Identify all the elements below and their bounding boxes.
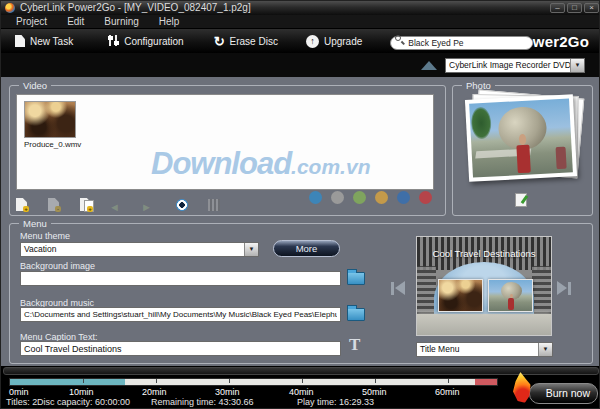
background-music-field[interactable] <box>20 307 341 322</box>
menu-preview[interactable]: Cool Travel Destinations <box>416 236 552 336</box>
upgrade-button[interactable]: ↑ Upgrade <box>306 35 362 48</box>
move-left-button[interactable]: ◄ <box>109 197 129 213</box>
menu-view-select[interactable]: Title Menu ▼ <box>416 342 553 357</box>
text-tool-icon[interactable]: T <box>349 335 360 355</box>
edit-video-button[interactable]: + <box>77 197 97 213</box>
recorder-value: CyberLink Image Recorder DVD5 (4483MB) <box>446 59 570 72</box>
divider <box>3 367 599 375</box>
new-task-button[interactable]: New Task <box>15 35 73 47</box>
power2go-window: CyberLink Power2Go - [MY_VIDEO_082407_1.… <box>0 0 600 409</box>
eject-icon[interactable] <box>421 61 437 70</box>
capacity-bar <box>9 378 498 386</box>
menu-burning[interactable]: Burning <box>95 16 147 27</box>
tick-60min: 60min <box>435 387 460 397</box>
menu-help[interactable]: Help <box>150 16 189 27</box>
window-title: CyberLink Power2Go - [MY_VIDEO_082407_1.… <box>20 1 251 15</box>
preview-menu-title: Cool Travel Destinations <box>417 248 551 259</box>
browse-music-folder-icon[interactable] <box>347 308 365 321</box>
remove-video-button[interactable]: - <box>45 197 65 213</box>
menu-section-title: Menu <box>19 218 51 229</box>
chevron-down-icon[interactable]: ▼ <box>244 243 258 256</box>
chevron-down-icon[interactable]: ▼ <box>570 59 584 72</box>
more-button[interactable]: More <box>273 240 340 257</box>
new-task-label: New Task <box>30 36 73 47</box>
video-clip-name: Produce_0.wmv <box>24 140 81 149</box>
previous-icon <box>391 282 394 295</box>
capacity-free <box>125 379 475 385</box>
dot-icon <box>309 191 322 204</box>
preview-icon <box>176 199 188 211</box>
menu-project[interactable]: Project <box>7 16 56 27</box>
menu-theme-select[interactable]: Vacation ▼ <box>20 242 259 257</box>
preview-photo-thumb[interactable] <box>488 279 533 312</box>
burn-now-button[interactable]: Burn now <box>529 383 598 404</box>
chevron-down-icon[interactable]: ▼ <box>538 343 552 356</box>
dot-icon <box>397 191 410 204</box>
search-box <box>390 32 533 50</box>
titles-count: Titles: 2 <box>6 397 37 407</box>
dot-icon <box>375 191 388 204</box>
tick-50min: 50min <box>362 387 387 397</box>
minimize-button[interactable]: – <box>550 3 565 13</box>
dot-icon <box>353 191 366 204</box>
split-video-button[interactable] <box>205 197 225 213</box>
configuration-icon <box>107 35 119 47</box>
move-right-button[interactable]: ► <box>141 197 161 213</box>
menu-view-value: Title Menu <box>417 343 538 356</box>
menu-bar: Project Edit Burning Help <box>1 15 600 29</box>
recorder-select[interactable]: CyberLink Image Recorder DVD5 (4483MB) ▼ <box>445 58 585 73</box>
dot-icon <box>419 191 432 204</box>
next-menu-button[interactable] <box>557 281 571 295</box>
dot-icon <box>331 191 344 204</box>
tick-30min: 30min <box>215 387 240 397</box>
disc-capacity: Disc capacity: 60:00:00 <box>37 397 130 407</box>
maximize-button[interactable]: □ <box>567 3 582 13</box>
watermark: Download.com.vn <box>151 146 471 182</box>
upgrade-label: Upgrade <box>324 36 362 47</box>
video-clip-image <box>25 102 75 137</box>
configuration-button[interactable]: Configuration <box>107 35 183 47</box>
play-time: Play time: 16:29.33 <box>297 397 374 407</box>
capacity-used <box>10 379 125 385</box>
video-clip-thumbnail[interactable] <box>24 101 76 138</box>
new-task-icon <box>15 35 25 47</box>
watermark-suffix: .com.vn <box>291 155 370 178</box>
main-toolbar: New Task Configuration ↻ Erase Disc ↑ Up… <box>1 29 600 53</box>
erase-disc-icon: ↻ <box>214 35 225 48</box>
background-image-label: Background image <box>20 261 95 271</box>
browse-image-folder-icon[interactable] <box>347 272 365 285</box>
app-icon <box>5 3 15 13</box>
erase-disc-button[interactable]: ↻ Erase Disc <box>214 35 278 48</box>
next-icon <box>568 282 571 295</box>
tick-20min: 20min <box>142 387 167 397</box>
watermark-text: Download <box>151 146 291 181</box>
menu-theme-label: Menu theme <box>20 231 70 241</box>
tick-40min: 40min <box>289 387 314 397</box>
move-left-icon: ◄ <box>109 201 120 213</box>
move-right-icon: ► <box>141 201 152 213</box>
menu-edit[interactable]: Edit <box>58 16 93 27</box>
preview-video-thumb[interactable] <box>438 279 483 312</box>
close-button[interactable]: × <box>584 3 599 13</box>
background-image-field[interactable] <box>20 271 341 286</box>
watermark-dots <box>309 191 432 204</box>
power2go-logo: Power2Go <box>513 33 589 50</box>
film-strip-icon <box>208 199 220 211</box>
upgrade-icon: ↑ <box>306 35 319 48</box>
configuration-label: Configuration <box>124 36 183 47</box>
tick-10min: 10min <box>69 387 94 397</box>
edit-photo-icon[interactable] <box>515 193 527 207</box>
video-section-title: Video <box>19 80 51 91</box>
add-video-button[interactable]: + <box>13 197 33 213</box>
photo-thumbnail[interactable] <box>465 94 577 182</box>
search-input[interactable] <box>390 36 533 50</box>
capacity-over <box>475 379 497 385</box>
menu-caption-field[interactable] <box>20 341 341 356</box>
tick-0min: 0min <box>9 387 29 397</box>
preview-button[interactable] <box>173 197 193 213</box>
title-bar: CyberLink Power2Go - [MY_VIDEO_082407_1.… <box>1 1 600 15</box>
erase-disc-label: Erase Disc <box>230 36 278 47</box>
previous-menu-button[interactable] <box>391 281 405 295</box>
menu-theme-value: Vacation <box>21 243 244 256</box>
photo-image <box>469 98 573 177</box>
